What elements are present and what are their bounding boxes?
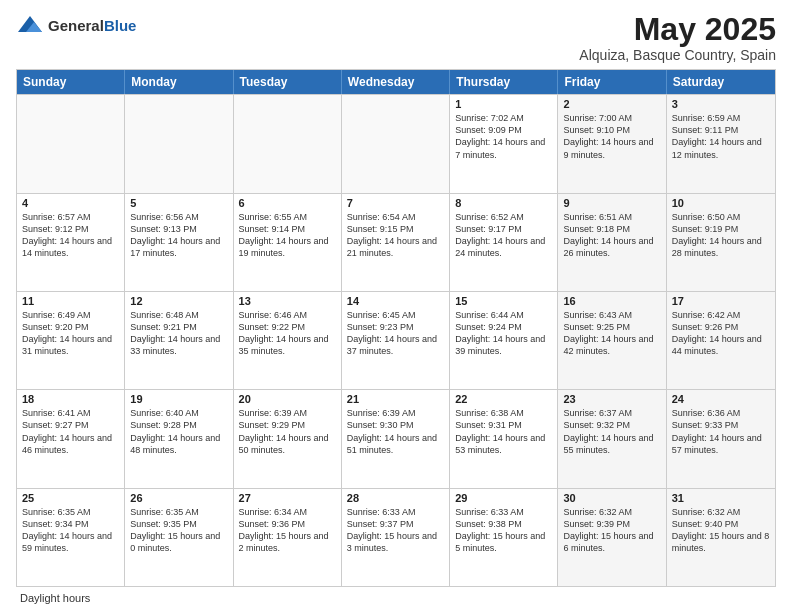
day-info: Sunrise: 6:56 AM Sunset: 9:13 PM Dayligh… xyxy=(130,211,227,260)
cal-header-thursday: Thursday xyxy=(450,70,558,94)
cal-cell-25: 25Sunrise: 6:35 AM Sunset: 9:34 PM Dayli… xyxy=(17,489,125,586)
day-info: Sunrise: 6:34 AM Sunset: 9:36 PM Dayligh… xyxy=(239,506,336,555)
cal-cell-5: 5Sunrise: 6:56 AM Sunset: 9:13 PM Daylig… xyxy=(125,194,233,291)
day-info: Sunrise: 6:45 AM Sunset: 9:23 PM Dayligh… xyxy=(347,309,444,358)
day-number: 28 xyxy=(347,492,444,504)
title-block: May 2025 Alquiza, Basque Country, Spain xyxy=(579,12,776,63)
day-info: Sunrise: 6:49 AM Sunset: 9:20 PM Dayligh… xyxy=(22,309,119,358)
cal-header-monday: Monday xyxy=(125,70,233,94)
cal-week-3: 11Sunrise: 6:49 AM Sunset: 9:20 PM Dayli… xyxy=(17,291,775,389)
day-number: 8 xyxy=(455,197,552,209)
day-number: 3 xyxy=(672,98,770,110)
cal-cell-29: 29Sunrise: 6:33 AM Sunset: 9:38 PM Dayli… xyxy=(450,489,558,586)
cal-cell-24: 24Sunrise: 6:36 AM Sunset: 9:33 PM Dayli… xyxy=(667,390,775,487)
day-info: Sunrise: 7:02 AM Sunset: 9:09 PM Dayligh… xyxy=(455,112,552,161)
logo-text: GeneralBlue xyxy=(48,18,136,35)
day-number: 21 xyxy=(347,393,444,405)
calendar: SundayMondayTuesdayWednesdayThursdayFrid… xyxy=(16,69,776,587)
day-number: 11 xyxy=(22,295,119,307)
cal-cell-28: 28Sunrise: 6:33 AM Sunset: 9:37 PM Dayli… xyxy=(342,489,450,586)
cal-header-friday: Friday xyxy=(558,70,666,94)
day-info: Sunrise: 6:43 AM Sunset: 9:25 PM Dayligh… xyxy=(563,309,660,358)
cal-cell-30: 30Sunrise: 6:32 AM Sunset: 9:39 PM Dayli… xyxy=(558,489,666,586)
day-number: 12 xyxy=(130,295,227,307)
cal-cell-17: 17Sunrise: 6:42 AM Sunset: 9:26 PM Dayli… xyxy=(667,292,775,389)
day-number: 1 xyxy=(455,98,552,110)
day-info: Sunrise: 6:51 AM Sunset: 9:18 PM Dayligh… xyxy=(563,211,660,260)
cal-week-1: 1Sunrise: 7:02 AM Sunset: 9:09 PM Daylig… xyxy=(17,94,775,192)
day-info: Sunrise: 6:33 AM Sunset: 9:37 PM Dayligh… xyxy=(347,506,444,555)
day-info: Sunrise: 6:40 AM Sunset: 9:28 PM Dayligh… xyxy=(130,407,227,456)
day-number: 26 xyxy=(130,492,227,504)
location: Alquiza, Basque Country, Spain xyxy=(579,47,776,63)
cal-week-5: 25Sunrise: 6:35 AM Sunset: 9:34 PM Dayli… xyxy=(17,488,775,586)
footer-note: Daylight hours xyxy=(16,592,776,604)
day-info: Sunrise: 6:39 AM Sunset: 9:30 PM Dayligh… xyxy=(347,407,444,456)
day-info: Sunrise: 6:35 AM Sunset: 9:35 PM Dayligh… xyxy=(130,506,227,555)
day-info: Sunrise: 6:33 AM Sunset: 9:38 PM Dayligh… xyxy=(455,506,552,555)
logo: GeneralBlue xyxy=(16,12,136,40)
day-info: Sunrise: 6:44 AM Sunset: 9:24 PM Dayligh… xyxy=(455,309,552,358)
cal-cell-22: 22Sunrise: 6:38 AM Sunset: 9:31 PM Dayli… xyxy=(450,390,558,487)
day-info: Sunrise: 6:54 AM Sunset: 9:15 PM Dayligh… xyxy=(347,211,444,260)
day-number: 22 xyxy=(455,393,552,405)
day-number: 27 xyxy=(239,492,336,504)
day-number: 29 xyxy=(455,492,552,504)
cal-cell-23: 23Sunrise: 6:37 AM Sunset: 9:32 PM Dayli… xyxy=(558,390,666,487)
cal-cell-15: 15Sunrise: 6:44 AM Sunset: 9:24 PM Dayli… xyxy=(450,292,558,389)
day-number: 14 xyxy=(347,295,444,307)
logo-general: General xyxy=(48,17,104,34)
cal-cell-31: 31Sunrise: 6:32 AM Sunset: 9:40 PM Dayli… xyxy=(667,489,775,586)
day-number: 15 xyxy=(455,295,552,307)
cal-cell-26: 26Sunrise: 6:35 AM Sunset: 9:35 PM Dayli… xyxy=(125,489,233,586)
cal-header-sunday: Sunday xyxy=(17,70,125,94)
day-info: Sunrise: 6:48 AM Sunset: 9:21 PM Dayligh… xyxy=(130,309,227,358)
footer-label: Daylight hours xyxy=(20,592,90,604)
cal-cell-empty-0-3 xyxy=(342,95,450,192)
day-number: 16 xyxy=(563,295,660,307)
day-info: Sunrise: 6:35 AM Sunset: 9:34 PM Dayligh… xyxy=(22,506,119,555)
cal-cell-4: 4Sunrise: 6:57 AM Sunset: 9:12 PM Daylig… xyxy=(17,194,125,291)
day-info: Sunrise: 6:59 AM Sunset: 9:11 PM Dayligh… xyxy=(672,112,770,161)
cal-cell-11: 11Sunrise: 6:49 AM Sunset: 9:20 PM Dayli… xyxy=(17,292,125,389)
day-number: 31 xyxy=(672,492,770,504)
day-number: 13 xyxy=(239,295,336,307)
day-number: 9 xyxy=(563,197,660,209)
day-number: 18 xyxy=(22,393,119,405)
day-info: Sunrise: 6:50 AM Sunset: 9:19 PM Dayligh… xyxy=(672,211,770,260)
day-number: 5 xyxy=(130,197,227,209)
cal-week-4: 18Sunrise: 6:41 AM Sunset: 9:27 PM Dayli… xyxy=(17,389,775,487)
day-number: 30 xyxy=(563,492,660,504)
day-number: 20 xyxy=(239,393,336,405)
cal-cell-21: 21Sunrise: 6:39 AM Sunset: 9:30 PM Dayli… xyxy=(342,390,450,487)
day-number: 2 xyxy=(563,98,660,110)
page: GeneralBlue May 2025 Alquiza, Basque Cou… xyxy=(0,0,792,612)
day-info: Sunrise: 6:37 AM Sunset: 9:32 PM Dayligh… xyxy=(563,407,660,456)
day-info: Sunrise: 6:55 AM Sunset: 9:14 PM Dayligh… xyxy=(239,211,336,260)
cal-cell-empty-0-0 xyxy=(17,95,125,192)
logo-icon xyxy=(16,12,44,40)
day-number: 19 xyxy=(130,393,227,405)
cal-cell-1: 1Sunrise: 7:02 AM Sunset: 9:09 PM Daylig… xyxy=(450,95,558,192)
cal-cell-7: 7Sunrise: 6:54 AM Sunset: 9:15 PM Daylig… xyxy=(342,194,450,291)
cal-cell-3: 3Sunrise: 6:59 AM Sunset: 9:11 PM Daylig… xyxy=(667,95,775,192)
day-number: 24 xyxy=(672,393,770,405)
day-info: Sunrise: 6:52 AM Sunset: 9:17 PM Dayligh… xyxy=(455,211,552,260)
cal-cell-6: 6Sunrise: 6:55 AM Sunset: 9:14 PM Daylig… xyxy=(234,194,342,291)
header: GeneralBlue May 2025 Alquiza, Basque Cou… xyxy=(16,12,776,63)
calendar-body: 1Sunrise: 7:02 AM Sunset: 9:09 PM Daylig… xyxy=(17,94,775,586)
cal-cell-27: 27Sunrise: 6:34 AM Sunset: 9:36 PM Dayli… xyxy=(234,489,342,586)
day-number: 23 xyxy=(563,393,660,405)
day-info: Sunrise: 6:39 AM Sunset: 9:29 PM Dayligh… xyxy=(239,407,336,456)
month-year: May 2025 xyxy=(579,12,776,47)
cal-cell-empty-0-1 xyxy=(125,95,233,192)
calendar-header-row: SundayMondayTuesdayWednesdayThursdayFrid… xyxy=(17,70,775,94)
day-info: Sunrise: 6:42 AM Sunset: 9:26 PM Dayligh… xyxy=(672,309,770,358)
day-number: 4 xyxy=(22,197,119,209)
cal-cell-18: 18Sunrise: 6:41 AM Sunset: 9:27 PM Dayli… xyxy=(17,390,125,487)
cal-header-saturday: Saturday xyxy=(667,70,775,94)
day-info: Sunrise: 6:38 AM Sunset: 9:31 PM Dayligh… xyxy=(455,407,552,456)
cal-header-tuesday: Tuesday xyxy=(234,70,342,94)
day-number: 6 xyxy=(239,197,336,209)
day-info: Sunrise: 6:46 AM Sunset: 9:22 PM Dayligh… xyxy=(239,309,336,358)
